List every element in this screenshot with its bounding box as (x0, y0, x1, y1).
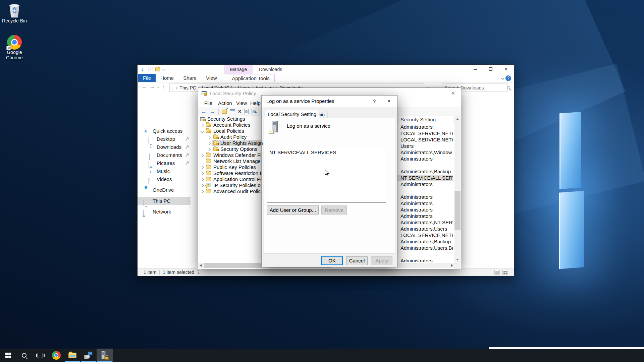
minimize-button[interactable] (468, 65, 483, 73)
add-user-or-group-button[interactable]: Add User or Group... (267, 205, 319, 215)
chevron-right-icon[interactable] (201, 178, 204, 181)
remove-button[interactable]: Remove (321, 205, 347, 215)
sidebar-item-pictures[interactable]: Pictures (138, 159, 193, 167)
list-row[interactable]: Users (397, 143, 453, 149)
list-row[interactable]: Administrators,Users,Ba... (397, 245, 453, 251)
tree-item-software-restriction-policies[interactable]: Software Restriction Policie (198, 170, 263, 176)
back-icon[interactable]: ← (201, 108, 207, 115)
chevron-right-icon[interactable] (201, 190, 204, 193)
task-view-button[interactable] (32, 349, 48, 362)
tree-item-windows-defender-firewall[interactable]: Windows Defender Firewal (198, 152, 263, 158)
list-row[interactable] (397, 162, 453, 168)
minimize-ribbon-chevron-icon[interactable] (501, 76, 504, 80)
tree-item-account-policies[interactable]: Account Policies (198, 122, 263, 128)
tree-item-application-control-policies[interactable]: Application Control Policie (198, 176, 263, 182)
list-row[interactable]: LOCAL SERVICE,NETWO... (397, 232, 453, 238)
tab-file[interactable]: File (138, 74, 156, 82)
list-row[interactable]: Administrators (397, 181, 453, 187)
tree-item-advanced-audit-policy[interactable]: Advanced Audit Policy Co (198, 188, 263, 194)
scrollbar-thumb[interactable] (454, 191, 461, 230)
list-row[interactable]: Administrators (397, 206, 453, 213)
menu-file[interactable]: File (204, 99, 212, 107)
sidebar-item-this-pc[interactable]: This PC (138, 197, 191, 205)
back-button[interactable]: ← (142, 84, 147, 90)
chevron-down-icon[interactable] (201, 130, 204, 133)
list-row[interactable]: Administrators (397, 194, 453, 200)
maximize-button[interactable] (431, 88, 446, 99)
list-row[interactable]: Administrators (397, 213, 453, 219)
sidebar-item-quick-access[interactable]: ★ Quick access (138, 127, 193, 135)
chevron-right-icon[interactable] (201, 124, 204, 127)
chevron-right-icon[interactable] (201, 166, 204, 169)
show-window-icon[interactable] (230, 109, 235, 114)
tree-item-local-policies[interactable]: Local Policies (198, 128, 263, 134)
details-view-button[interactable] (494, 270, 500, 275)
desktop-icon-recycle-bin[interactable]: Recycle Bin (0, 3, 29, 23)
scroll-down-icon[interactable] (456, 259, 459, 260)
sidebar-item-videos[interactable]: Videos (138, 175, 193, 183)
tree-item-network-list-manager[interactable]: Network List Manager Poli (198, 158, 263, 164)
list-row[interactable]: Administrators,NT SERVI... (397, 219, 453, 226)
forward-button[interactable]: → (150, 84, 155, 90)
sidebar-item-documents[interactable]: Documents (138, 151, 193, 159)
list-row[interactable]: Administrators,Backup ... (397, 238, 453, 245)
start-button[interactable] (0, 349, 16, 362)
minimize-button[interactable] (416, 88, 431, 99)
menu-view[interactable]: View (236, 99, 247, 107)
maximize-button[interactable] (483, 65, 498, 73)
new-folder-icon[interactable] (155, 67, 160, 71)
taskbar-local-security-policy-button[interactable] (97, 349, 113, 362)
help-button[interactable]: ? (369, 96, 380, 107)
list-row-selected[interactable]: NT SERVICE\ALL SERVIC... (397, 175, 453, 181)
chevron-right-icon[interactable] (201, 184, 204, 187)
tree-item-audit-policy[interactable]: Audit Policy (198, 134, 263, 140)
menu-help[interactable]: Help (250, 99, 261, 107)
forward-icon[interactable]: → (210, 108, 215, 115)
export-list-icon[interactable] (222, 110, 227, 114)
taskbar-file-explorer-button[interactable] (64, 349, 80, 362)
recent-locations-chevron-icon[interactable] (157, 86, 159, 88)
close-button[interactable]: × (446, 88, 461, 99)
scroll-right-icon[interactable] (451, 264, 453, 267)
tree-item-public-key-policies[interactable]: Public Key Policies (198, 164, 263, 170)
tab-application-tools[interactable]: Application Tools (227, 74, 274, 82)
delete-icon[interactable]: × (238, 109, 241, 115)
tab-home[interactable]: Home (156, 74, 178, 82)
list-row[interactable]: Administrators,Window ... (397, 149, 453, 156)
ok-button[interactable]: OK (321, 256, 343, 265)
list-row[interactable]: Administrators,Users (397, 226, 453, 232)
sidebar-item-onedrive[interactable]: OneDrive (138, 186, 193, 194)
scroll-left-icon[interactable] (200, 264, 202, 267)
search-icon[interactable] (507, 86, 510, 89)
list-row[interactable]: Administrators (397, 200, 453, 206)
cancel-button[interactable]: Cancel (346, 256, 368, 265)
close-button[interactable]: × (498, 65, 514, 74)
tab-view[interactable]: View (201, 74, 221, 82)
list-row[interactable] (397, 187, 453, 194)
thumbnails-view-button[interactable] (502, 270, 508, 275)
customize-toolbar-chevron-icon[interactable] (162, 68, 165, 70)
taskbar-app-button[interactable] (80, 349, 97, 362)
breadcrumb-this-pc[interactable]: This PC (179, 85, 196, 90)
taskbar-search-button[interactable] (16, 349, 32, 362)
member-entry[interactable]: NT SERVICE\ALL SERVICES (267, 148, 386, 155)
list-row[interactable]: Administrators (397, 257, 453, 262)
sidebar-item-music[interactable]: ♪ Music (138, 167, 193, 175)
sidebar-item-desktop[interactable]: Desktop (138, 135, 193, 143)
tab-share[interactable]: Share (178, 74, 201, 82)
sidebar-item-downloads[interactable]: ↓ Downloads (138, 143, 193, 151)
list-row[interactable]: Administrators (397, 156, 453, 162)
properties-icon[interactable]: ✓ (149, 67, 153, 72)
properties-icon[interactable] (244, 109, 249, 114)
chevron-right-icon[interactable] (201, 154, 204, 157)
help-icon[interactable]: ? (505, 75, 511, 81)
list-row[interactable]: LOCAL SERVICE,NETWO... (397, 136, 453, 143)
apply-button[interactable]: Apply (371, 256, 392, 265)
chevron-right-icon[interactable] (208, 142, 211, 145)
taskbar-chrome-button[interactable] (48, 349, 64, 362)
chevron-right-icon[interactable] (208, 136, 211, 139)
chevron-right-icon[interactable] (208, 148, 211, 151)
tree-item-security-options[interactable]: Security Options (198, 146, 263, 152)
column-header-security-setting[interactable]: Security Setting (400, 117, 436, 122)
tab-local-security-setting[interactable]: Local Security Setting (265, 110, 319, 119)
